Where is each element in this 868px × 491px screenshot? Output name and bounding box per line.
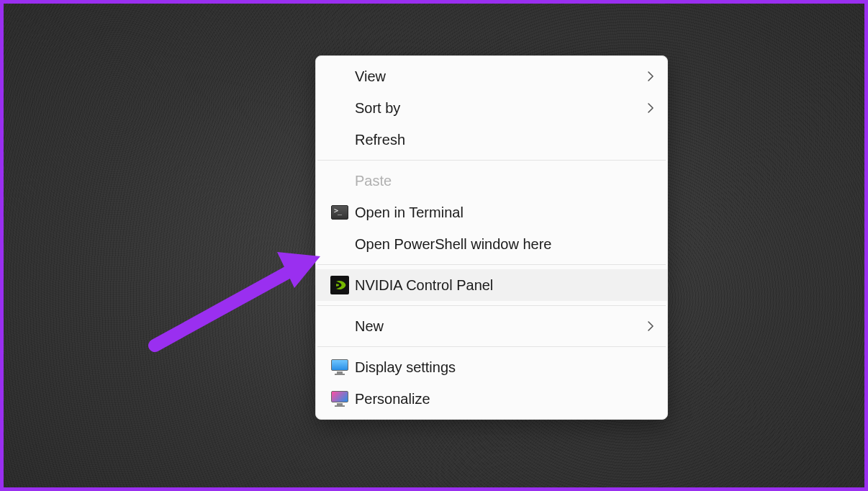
display-icon: [330, 359, 349, 375]
separator: [317, 264, 666, 265]
menu-item-label: View: [355, 68, 640, 85]
open-terminal-item[interactable]: Open in Terminal: [316, 197, 667, 228]
nvidia-control-panel-item[interactable]: NVIDIA Control Panel: [316, 269, 667, 301]
sort-by-item[interactable]: Sort by: [316, 92, 667, 124]
svg-marker-0: [277, 252, 320, 288]
menu-item-label: Personalize: [355, 391, 654, 407]
menu-item-label: Display settings: [355, 359, 654, 376]
separator: [317, 160, 666, 161]
paste-item: Paste: [316, 165, 667, 197]
menu-item-label: Paste: [355, 173, 654, 189]
terminal-icon: [331, 205, 348, 220]
separator: [317, 346, 666, 347]
nvidia-icon: [330, 276, 349, 294]
desktop-background[interactable]: View Sort by Refresh Paste Open in Termi…: [4, 4, 864, 487]
view-item[interactable]: View: [316, 60, 667, 92]
chevron-right-icon: [640, 321, 654, 331]
new-item[interactable]: New: [316, 310, 667, 342]
display-settings-item[interactable]: Display settings: [316, 351, 667, 383]
menu-item-label: Open in Terminal: [355, 204, 654, 221]
annotation-arrow: [148, 252, 320, 353]
separator: [317, 305, 666, 306]
personalize-icon: [330, 391, 349, 407]
personalize-item[interactable]: Personalize: [316, 383, 667, 415]
desktop-context-menu: View Sort by Refresh Paste Open in Termi…: [315, 55, 668, 420]
chevron-right-icon: [640, 71, 654, 81]
menu-item-label: New: [355, 318, 640, 335]
chevron-right-icon: [640, 103, 654, 113]
open-powershell-item[interactable]: Open PowerShell window here: [316, 228, 667, 260]
menu-item-label: NVIDIA Control Panel: [355, 277, 654, 294]
menu-item-label: Sort by: [355, 100, 640, 117]
menu-item-label: Refresh: [355, 132, 654, 148]
menu-item-label: Open PowerShell window here: [355, 236, 654, 253]
refresh-item[interactable]: Refresh: [316, 124, 667, 156]
